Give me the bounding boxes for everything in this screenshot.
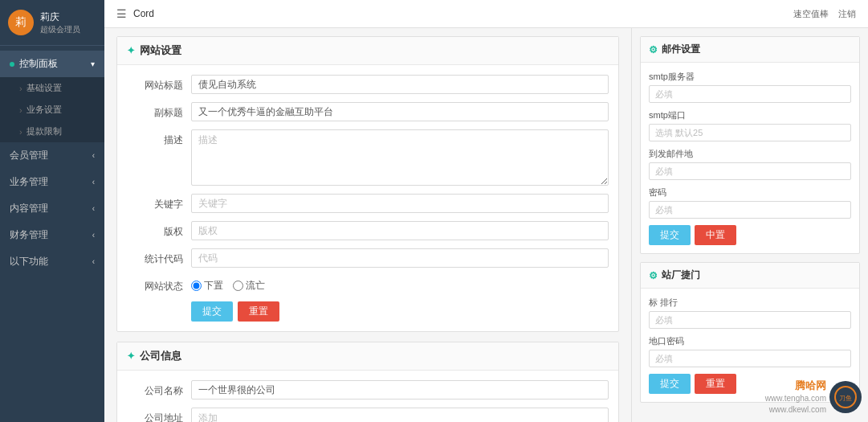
watermark: 腾哈网 www.tengha.com www.dkewl.com 刀鱼 [765,379,862,416]
email-settings-body: smtp服务器 smtp端口 到发邮件地 密码 [641,63,859,253]
shortcut-reset-button[interactable]: 重置 [695,374,736,394]
sub-item-basic[interactable]: 基础设置 [0,77,104,99]
sidebar-item-members[interactable]: 会员管理 ‹ [0,142,104,169]
company-settings-header: ✦ 公司信息 [117,342,618,371]
user-name: 莉庆 [40,10,80,24]
stats-code-label: 统计代码 [127,248,191,266]
company-address-row: 公司地址 [127,408,609,422]
keywords-row: 关键字 [127,194,609,213]
email-settings-icon: ⚙ [649,44,658,55]
cord-label: Cord [133,8,154,19]
chevron-down-icon: ▾ [91,59,95,68]
email-btn-group: 提交 中置 [649,225,851,245]
site-title-label: 网站标题 [127,75,191,92]
website-settings-body: 网站标题 副标题 描述 关键字 [117,65,618,331]
right-panel: ⚙ 邮件设置 smtp服务器 smtp端口 到发邮件地 [631,28,868,422]
sender-email-label: 到发邮件地 [649,148,851,160]
company-settings-card: ✦ 公司信息 公司名称 公司地址 邮箱地址 [116,342,619,422]
website-settings-card: ✦ 网站设置 网站标题 副标题 描述 [116,36,619,332]
email-password-input[interactable] [649,201,851,219]
subtitle-row: 副标题 [127,102,609,121]
desc-textarea[interactable] [191,129,609,186]
email-settings-header: ⚙ 邮件设置 [641,37,859,63]
sidebar-item-other[interactable]: 以下功能 ‹ [0,248,104,275]
subtitle-input[interactable] [191,102,609,121]
topbar-right: 速空值棒 注销 [793,8,856,20]
status-label: 网站状态 [127,276,191,293]
website-submit-button[interactable]: 提交 [191,301,233,322]
copyright-row: 版权 [127,221,609,240]
topbar-action-2[interactable]: 注销 [838,8,856,20]
chevron-right-icon: ‹ [92,151,95,160]
website-settings-icon: ✦ [127,45,135,56]
svg-text:刀鱼: 刀鱼 [839,395,852,402]
topbar-left: ☰ Cord [116,7,154,20]
company-address-label: 公司地址 [127,408,191,422]
topbar-action-1[interactable]: 速空值棒 [793,8,829,20]
shortcut-settings-icon: ⚙ [649,270,658,281]
stats-code-row: 统计代码 [127,248,609,268]
company-address-input[interactable] [191,408,609,422]
sender-email-input[interactable] [649,162,851,180]
company-settings-icon: ✦ [127,350,135,362]
shortcut-settings-header: ⚙ 站厂捷门 [641,263,859,289]
status-radio-group: 下置 流亡 [191,276,265,293]
copyright-input[interactable] [191,221,609,240]
topbar: ☰ Cord 速空值棒 注销 [104,0,868,28]
website-btn-group: 提交 重置 [191,301,609,322]
status-option-inactive[interactable]: 流亡 [233,279,265,293]
website-reset-button[interactable]: 重置 [238,301,279,322]
sidebar: 莉 莉庆 超级会理员 控制面板 ▾ 基础设置 业务设置 提款限制 会员管理 ‹ … [0,0,104,422]
watermark-url2: www.dkewl.com [765,404,826,416]
nav-section: 控制面板 ▾ 基础设置 业务设置 提款限制 会员管理 ‹ 业务管理 ‹ 内容管理… [0,46,104,280]
main-panel: ✦ 网站设置 网站标题 副标题 描述 [104,28,631,422]
sub-item-withdraw[interactable]: 提款限制 [0,121,104,142]
smtp-server-row: smtp服务器 [649,71,851,103]
stats-code-input[interactable] [191,248,609,268]
sub-item-business[interactable]: 业务设置 [0,99,104,121]
sidebar-item-finance[interactable]: 财务管理 ‹ [0,222,104,248]
company-name-row: 公司名称 [127,380,609,399]
sidebar-item-business[interactable]: 业务管理 ‹ [0,169,104,195]
smtp-port-input[interactable] [649,124,851,141]
status-option-active[interactable]: 下置 [191,279,223,293]
smtp-port-label: smtp端口 [649,109,851,121]
sidebar-item-dashboard[interactable]: 控制面板 ▾ [0,51,104,77]
chevron-right-icon4: ‹ [92,231,95,240]
company-name-label: 公司名称 [127,380,191,398]
watermark-logo: 刀鱼 [829,381,862,413]
sidebar-header: 莉 莉庆 超级会理员 [0,0,104,46]
website-settings-header: ✦ 网站设置 [117,37,618,65]
sub-menu-dashboard: 基础设置 业务设置 提款限制 [0,77,104,142]
keywords-input[interactable] [191,194,609,213]
avatar: 莉 [8,10,34,35]
sidebar-item-content[interactable]: 内容管理 ‹ [0,195,104,222]
port-password-input[interactable] [649,350,851,367]
desc-row: 描述 [127,129,609,186]
portal-label: 标 排行 [649,297,851,309]
email-password-row: 密码 [649,186,851,219]
smtp-server-input[interactable] [649,85,851,103]
content-area: ✦ 网站设置 网站标题 副标题 描述 [104,28,868,422]
chevron-right-icon3: ‹ [92,204,95,213]
copyright-label: 版权 [127,221,191,239]
user-info: 莉庆 超级会理员 [40,10,80,35]
email-submit-button[interactable]: 提交 [649,225,691,245]
site-title-input[interactable] [191,75,609,94]
portal-input[interactable] [649,311,851,329]
port-password-label: 地口密码 [649,335,851,347]
subtitle-label: 副标题 [127,102,191,120]
portal-row: 标 排行 [649,297,851,329]
email-settings-card: ⚙ 邮件设置 smtp服务器 smtp端口 到发邮件地 [640,36,860,254]
smtp-port-row: smtp端口 [649,109,851,141]
main-wrapper: ☰ Cord 速空值棒 注销 ✦ 网站设置 网站标题 [104,0,868,422]
company-name-input[interactable] [191,380,609,399]
port-password-row: 地口密码 [649,335,851,367]
site-title-row: 网站标题 [127,75,609,94]
email-reset-button[interactable]: 中置 [695,225,736,245]
menu-toggle-icon[interactable]: ☰ [116,7,127,20]
watermark-url1: www.tengha.com [765,393,826,404]
user-role: 超级会理员 [40,24,80,35]
shortcut-submit-button[interactable]: 提交 [649,374,691,394]
desc-label: 描述 [127,129,191,147]
